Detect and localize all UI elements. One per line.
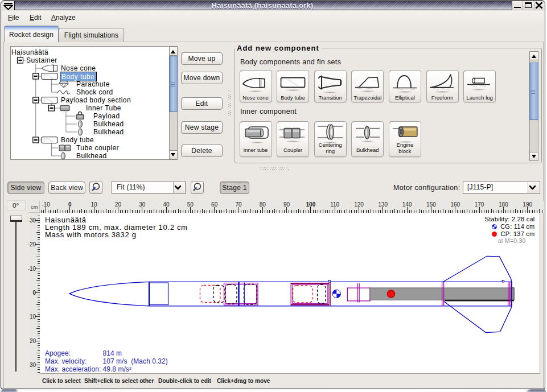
svg-text:-20: -20 bbox=[28, 241, 36, 247]
svg-text:10: 10 bbox=[30, 313, 36, 320]
svg-text:40: 40 bbox=[163, 201, 170, 208]
svg-text:30: 30 bbox=[139, 201, 146, 208]
svg-text:0: 0 bbox=[68, 201, 72, 208]
svg-text:-10: -10 bbox=[42, 201, 50, 208]
svg-text:140: 140 bbox=[402, 201, 412, 208]
svg-text:-10: -10 bbox=[28, 266, 36, 272]
svg-text:20: 20 bbox=[30, 338, 36, 344]
svg-text:120: 120 bbox=[354, 201, 364, 208]
svg-text:90: 90 bbox=[283, 201, 290, 208]
svg-text:180: 180 bbox=[499, 201, 508, 208]
svg-text:10: 10 bbox=[91, 201, 97, 208]
svg-text:50: 50 bbox=[187, 201, 194, 208]
svg-text:70: 70 bbox=[235, 201, 242, 208]
svg-text:190: 190 bbox=[523, 201, 532, 208]
svg-text:20: 20 bbox=[114, 201, 121, 208]
svg-text:100: 100 bbox=[306, 201, 315, 208]
svg-text:60: 60 bbox=[211, 201, 218, 208]
svg-text:130: 130 bbox=[378, 201, 388, 208]
svg-text:-30: -30 bbox=[28, 217, 36, 224]
svg-text:110: 110 bbox=[330, 201, 339, 208]
svg-text:0: 0 bbox=[32, 290, 36, 296]
svg-text:150: 150 bbox=[426, 201, 436, 208]
svg-text:170: 170 bbox=[474, 201, 484, 208]
svg-text:160: 160 bbox=[450, 201, 460, 208]
svg-text:2: 2 bbox=[543, 201, 544, 208]
svg-text:30: 30 bbox=[30, 362, 36, 368]
svg-text:80: 80 bbox=[259, 201, 266, 208]
